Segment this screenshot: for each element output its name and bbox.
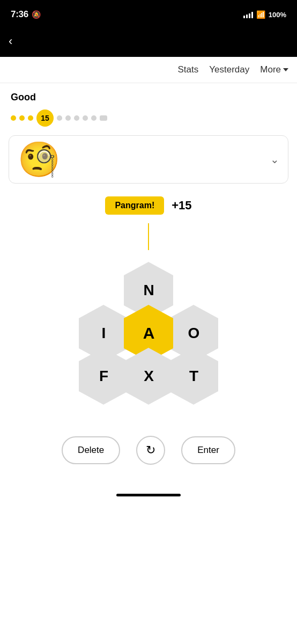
dot-active: 15 (36, 109, 54, 127)
mute-icon: 🔕 (32, 10, 41, 19)
dot-grey-rect (100, 115, 107, 121)
hex-letter-a: A (143, 324, 154, 342)
enter-button[interactable]: Enter (181, 436, 235, 464)
dot-grey-4 (83, 115, 88, 121)
tab-more[interactable]: More (260, 64, 288, 75)
hex-letter-f: F (99, 368, 108, 385)
hex-letter-t: T (189, 368, 198, 385)
dot-grey-5 (91, 115, 96, 121)
emoji-image: 🧐 (18, 142, 61, 177)
progress-label: Good (11, 92, 286, 103)
status-bar: 7:36 🔕 📶 100% (0, 0, 297, 27)
status-time: 7:36 (11, 9, 28, 20)
shuffle-icon: ↻ (146, 443, 155, 457)
dot-grey-1 (57, 115, 62, 121)
pangram-badge: Pangram! (105, 196, 164, 215)
signal-bars-icon (243, 11, 253, 18)
dot-2 (19, 115, 25, 121)
app-header: ‹ (0, 27, 297, 57)
hex-letter-n: N (143, 282, 153, 299)
dot-3 (28, 115, 33, 121)
dot-grey-2 (65, 115, 71, 121)
hex-letter-i: I (102, 325, 106, 342)
delete-button[interactable]: Delete (62, 436, 120, 464)
pangram-points: +15 (172, 199, 191, 213)
hex-bottom[interactable]: X (123, 347, 174, 406)
shuffle-button[interactable]: ↻ (136, 436, 165, 465)
progress-section: Good 15 (0, 83, 297, 131)
dot-1 (11, 115, 16, 121)
home-indicator (116, 494, 181, 496)
tab-yesterday[interactable]: Yesterday (209, 64, 249, 75)
hex-letter-o: O (188, 325, 199, 342)
honeycomb-container: N I O (0, 250, 297, 427)
emoji-card: 🧐 ⌄ (9, 135, 288, 184)
hex-bottom-left[interactable]: F (78, 347, 129, 406)
back-button[interactable]: ‹ (9, 32, 17, 50)
nav-tabs: Stats Yesterday More (0, 57, 297, 83)
dot-grey-3 (74, 115, 79, 121)
progress-dots: 15 (11, 109, 286, 127)
chevron-down-icon (283, 68, 288, 71)
pangram-section: Pangram! +15 (0, 188, 297, 223)
controls: Delete ↻ Enter (0, 427, 297, 478)
hex-bottom-right[interactable]: T (168, 347, 219, 406)
hex-letter-x: X (144, 368, 153, 385)
wifi-icon: 📶 (256, 10, 265, 19)
battery-text: 100% (269, 11, 286, 19)
vertical-divider (148, 223, 149, 250)
expand-icon[interactable]: ⌄ (270, 153, 279, 166)
status-icons: 📶 100% (243, 10, 286, 19)
tab-stats[interactable]: Stats (178, 64, 199, 75)
honeycomb: N I O (73, 261, 224, 411)
